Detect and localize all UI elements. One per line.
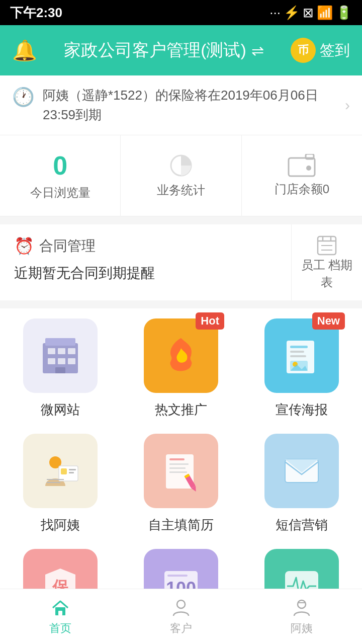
hot-badge: Hot: [196, 312, 224, 330]
svg-rect-21: [290, 351, 304, 353]
contract-main: ⏰ 合同管理 近期暂无合同到期提醒: [0, 224, 292, 300]
ayi-nav-icon: [292, 598, 312, 618]
svg-rect-13: [58, 348, 65, 354]
svg-rect-44: [167, 575, 188, 577]
sim-icon: ⊠: [303, 5, 314, 21]
notice-content: 🕐 阿姨（遥静*1522）的保险将在2019年06月06日 23:59到期: [12, 86, 345, 125]
contract-empty-text: 近期暂无合同到期提醒: [14, 261, 277, 286]
no-signal-icon: ⚡: [284, 5, 300, 21]
stat-business[interactable]: 业务统计: [121, 135, 241, 216]
svg-rect-27: [61, 468, 67, 474]
grid-item-poster[interactable]: New 宣传海报: [251, 318, 352, 419]
notice-arrow-icon: ›: [345, 97, 350, 114]
resume-icon-bg: [144, 434, 218, 508]
svg-rect-20: [290, 346, 308, 348]
poster-icon-wrap: New: [264, 318, 339, 393]
app-title: 家政公司客户管理(测试): [64, 39, 246, 62]
coin-icon: 币: [291, 38, 316, 63]
svg-rect-36: [169, 471, 187, 473]
svg-rect-29: [69, 472, 74, 473]
employee-schedule-label: 员工 档期表: [297, 257, 357, 290]
views-label: 今日浏览量: [30, 185, 90, 201]
notice-text: 阿姨（遥静*1522）的保险将在2019年06月06日 23:59到期: [43, 86, 345, 125]
nav-home[interactable]: 首页: [0, 589, 121, 644]
svg-rect-22: [290, 355, 306, 357]
sign-label: 签到: [320, 40, 350, 61]
notice-bar[interactable]: 🕐 阿姨（遥静*1522）的保险将在2019年06月06日 23:59到期 ›: [0, 75, 362, 135]
svg-point-49: [298, 600, 306, 608]
employee-schedule-button[interactable]: 员工 档期表: [292, 224, 362, 300]
customer-icon: [171, 598, 191, 618]
grid-item-weizhan[interactable]: 微网站: [10, 318, 111, 419]
building-svg: [38, 333, 83, 378]
svg-rect-17: [68, 358, 75, 364]
wallet-icon: [288, 154, 316, 177]
business-label: 业务统计: [157, 182, 205, 198]
svg-rect-11: [45, 338, 75, 346]
nav-ayi[interactable]: 阿姨: [241, 589, 362, 644]
battery-icon: 🔋: [336, 5, 352, 21]
svg-point-3: [306, 166, 311, 171]
grid-row-2: 找阿姨: [0, 434, 362, 534]
grid-item-hotarticle[interactable]: Hot 热文推广: [131, 318, 231, 419]
grid-item-resume[interactable]: 自主填简历: [131, 434, 231, 534]
resume-icon-wrap: [144, 434, 218, 508]
home-icon: [50, 598, 70, 618]
pie-chart-icon: [168, 153, 194, 178]
hotarticle-icon-wrap: Hot: [144, 318, 218, 393]
status-icons: ··· ⚡ ⊠ 📶 🔋: [269, 5, 352, 21]
views-number: 0: [53, 150, 67, 181]
poster-label: 宣传海报: [276, 401, 328, 419]
hotarticle-label: 热文推广: [155, 401, 207, 419]
sms-svg: [279, 448, 324, 494]
signal-icon: ···: [269, 5, 281, 21]
ayi-icon-bg: [23, 434, 98, 508]
new-badge: New: [312, 312, 345, 330]
sms-icon-wrap: [264, 434, 339, 508]
svg-point-48: [177, 600, 185, 608]
contract-section: ⏰ 合同管理 近期暂无合同到期提醒 员工 档期表: [0, 224, 362, 300]
stat-wallet[interactable]: 门店余额0: [242, 135, 362, 216]
notice-clock-icon: 🕐: [12, 87, 35, 108]
grid-item-findayi[interactable]: 找阿姨: [10, 434, 111, 534]
svg-rect-35: [169, 467, 186, 469]
grid-row-1: 微网站 Hot 热文推广: [0, 318, 362, 419]
nav-customer-label: 客户: [170, 621, 192, 636]
stat-views[interactable]: 0 今日浏览量: [0, 135, 121, 216]
contract-title: 合同管理: [39, 236, 96, 256]
nav-customer[interactable]: 客户: [121, 589, 241, 644]
wallet-label: 门店余额0: [275, 181, 329, 197]
nav-home-label: 首页: [49, 621, 71, 636]
weizhan-label: 微网站: [41, 401, 80, 419]
resume-svg: [158, 448, 204, 494]
app-header: 🔔 家政公司客户管理(测试) ⇌ 币 签到: [0, 25, 362, 75]
grid-item-sms[interactable]: 短信营销: [251, 434, 352, 534]
status-bar: 下午2:30 ··· ⚡ ⊠ 📶 🔋: [0, 0, 362, 25]
bell-icon[interactable]: 🔔: [12, 39, 37, 62]
findayi-label: 找阿姨: [41, 516, 80, 534]
svg-rect-2: [306, 154, 314, 159]
contract-title-row: ⏰ 合同管理: [14, 236, 277, 256]
svg-rect-47: [58, 611, 62, 615]
sms-label: 短信营销: [276, 516, 328, 534]
svg-rect-16: [58, 358, 65, 364]
ayi-svg: [38, 448, 83, 494]
header-title-group: 家政公司客户管理(测试) ⇌: [64, 39, 264, 62]
wifi-icon: 📶: [317, 5, 333, 21]
poster-icon-bg: [264, 318, 339, 393]
fire-icon-bg: [144, 318, 218, 393]
svg-rect-14: [68, 348, 75, 354]
employee-icon: [316, 234, 338, 257]
svg-rect-15: [48, 358, 55, 364]
bottom-nav: 首页 客户 阿姨: [0, 589, 362, 644]
svg-rect-12: [48, 348, 55, 354]
swap-icon[interactable]: ⇌: [251, 42, 264, 59]
findayi-icon-wrap: [23, 434, 98, 508]
building-icon: [23, 318, 98, 393]
resume-label: 自主填简历: [148, 516, 214, 534]
stats-row: 0 今日浏览量 业务统计 门店余额0: [0, 135, 362, 216]
status-time: 下午2:30: [10, 4, 62, 22]
sign-in-button[interactable]: 币 签到: [291, 38, 350, 63]
contract-clock-icon: ⏰: [14, 236, 34, 256]
sms-icon-bg: [264, 434, 339, 508]
